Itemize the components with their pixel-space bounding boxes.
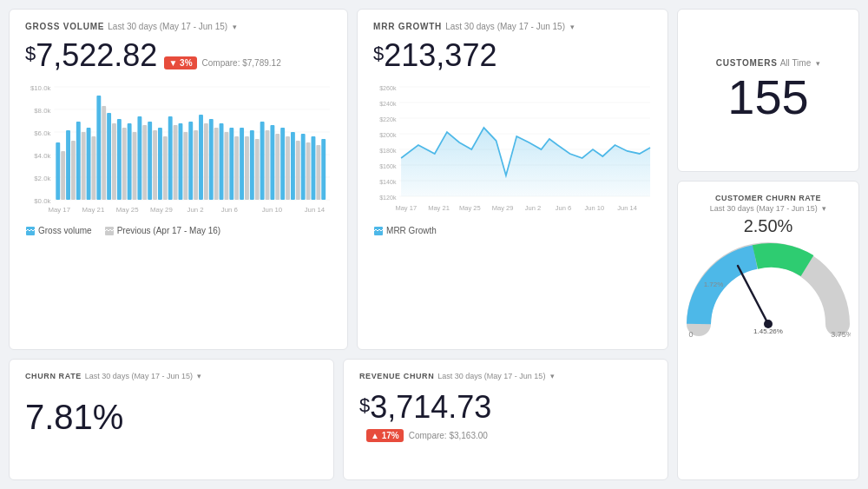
svg-text:May 25: May 25	[116, 206, 139, 214]
svg-text:May 21: May 21	[82, 206, 105, 214]
rev-churn-date: Last 30 days (May 17 - Jun 15) ▾	[437, 372, 555, 380]
rev-churn-value: $3,714.73	[359, 389, 491, 426]
svg-rect-24	[117, 119, 122, 200]
cust-churn-title: CUSTOMER CHURN RATE	[715, 194, 821, 202]
svg-rect-25	[122, 128, 127, 200]
customers-card: CUSTOMERS All Time ▾ 155	[677, 9, 859, 172]
svg-text:Jun 6: Jun 6	[556, 203, 571, 211]
svg-rect-14	[66, 130, 70, 200]
mrr-title: MRR GROWTH	[373, 22, 442, 31]
svg-rect-29	[142, 125, 147, 200]
svg-rect-21	[102, 106, 106, 200]
rev-churn-dropdown[interactable]: ▾	[550, 372, 555, 380]
svg-rect-38	[188, 122, 193, 200]
svg-rect-61	[306, 142, 311, 200]
svg-rect-51	[255, 139, 260, 200]
svg-text:$240k: $240k	[379, 99, 397, 107]
svg-rect-58	[291, 132, 295, 200]
svg-text:$6.0k: $6.0k	[34, 129, 50, 137]
svg-text:Jun 2: Jun 2	[525, 203, 541, 211]
svg-rect-48	[240, 128, 244, 200]
churn-rate-date: Last 30 days (May 17 - Jun 15) ▾	[85, 372, 202, 380]
svg-rect-57	[286, 136, 290, 200]
svg-rect-32	[158, 128, 162, 200]
svg-text:May 29: May 29	[150, 206, 173, 214]
svg-text:$120k: $120k	[379, 193, 397, 201]
svg-rect-34	[168, 116, 173, 200]
customers-value: 155	[727, 73, 808, 122]
svg-rect-16	[76, 122, 81, 200]
mrr-dropdown[interactable]: ▾	[570, 23, 575, 31]
rev-churn-badge: ▲ 17%	[366, 429, 404, 442]
gross-volume-date: Last 30 days (May 17 - Jun 15) ▾	[108, 22, 237, 31]
svg-text:$180k: $180k	[379, 146, 397, 154]
svg-rect-42	[209, 119, 214, 200]
svg-text:$10.0k: $10.0k	[30, 84, 51, 92]
svg-rect-64	[321, 139, 326, 200]
svg-rect-39	[194, 130, 198, 200]
churn-rate-title: CHURN RATE	[25, 372, 82, 380]
gross-volume-legend: Gross volume Previous (Apr 17 - May 16)	[25, 226, 332, 236]
cust-churn-dropdown[interactable]: ▾	[822, 204, 826, 213]
svg-text:Jun 10: Jun 10	[262, 206, 283, 214]
gross-volume-dropdown[interactable]: ▾	[233, 23, 237, 31]
svg-rect-49	[245, 136, 249, 200]
customers-period: All Time	[780, 58, 812, 68]
svg-rect-22	[107, 113, 111, 200]
svg-text:$2.0k: $2.0k	[34, 175, 50, 182]
svg-text:Jun 6: Jun 6	[221, 206, 239, 214]
svg-text:May 21: May 21	[428, 203, 450, 211]
svg-rect-28	[137, 116, 141, 200]
gauge-chart: 0 1.45.26% 3.75% 1.72%	[686, 241, 851, 337]
gross-volume-value: $7,522.82	[25, 38, 157, 73]
svg-text:$160k: $160k	[379, 162, 397, 169]
svg-rect-62	[312, 136, 316, 200]
gross-volume-compare: Compare: $7,789.12	[202, 58, 281, 68]
svg-rect-59	[296, 141, 300, 200]
svg-rect-30	[148, 122, 152, 200]
svg-rect-45	[224, 132, 228, 200]
svg-rect-12	[56, 142, 60, 200]
svg-rect-23	[112, 123, 116, 200]
gross-volume-title: GROSS VOLUME	[25, 22, 104, 31]
svg-rect-17	[82, 132, 86, 200]
svg-rect-36	[179, 123, 183, 200]
churn-rate-value: 7.81%	[25, 398, 318, 437]
svg-rect-13	[61, 151, 65, 200]
mrr-date: Last 30 days (May 17 - Jun 15) ▾	[445, 22, 575, 31]
svg-text:May 25: May 25	[459, 203, 481, 211]
svg-rect-55	[275, 134, 279, 200]
svg-text:3.75%: 3.75%	[831, 330, 851, 337]
customer-churn-rate-card: CUSTOMER CHURN RATE Last 30 days (May 17…	[677, 181, 859, 480]
svg-rect-35	[174, 125, 178, 200]
svg-text:May 17: May 17	[395, 203, 417, 211]
churn-rate-dropdown[interactable]: ▾	[197, 372, 201, 380]
svg-rect-37	[183, 132, 187, 200]
svg-rect-18	[87, 128, 91, 200]
svg-rect-20	[96, 96, 101, 200]
cust-churn-date: Last 30 days (May 17 - Jun 15) ▾	[710, 204, 827, 213]
svg-rect-47	[234, 136, 239, 200]
svg-text:Jun 10: Jun 10	[585, 203, 605, 211]
svg-text:1.45.26%: 1.45.26%	[753, 327, 783, 335]
svg-rect-27	[133, 132, 137, 200]
customers-dropdown[interactable]: ▾	[816, 59, 820, 68]
svg-rect-33	[163, 136, 168, 200]
revenue-churn-card: REVENUE CHURN Last 30 days (May 17 - Jun…	[343, 359, 668, 480]
svg-text:$0.0k: $0.0k	[34, 197, 50, 205]
svg-text:May 17: May 17	[48, 206, 70, 214]
svg-rect-26	[128, 123, 132, 200]
svg-rect-50	[250, 130, 254, 200]
svg-text:1.72%: 1.72%	[704, 281, 724, 288]
svg-text:May 29: May 29	[492, 203, 514, 211]
svg-rect-44	[220, 123, 224, 200]
svg-text:0: 0	[688, 330, 693, 337]
svg-text:$8.0k: $8.0k	[34, 107, 50, 115]
rev-churn-compare: Compare: $3,163.00	[409, 431, 488, 440]
mrr-legend: MRR Growth	[373, 226, 652, 236]
mrr-growth-card: MRR GROWTH Last 30 days (May 17 - Jun 15…	[357, 9, 668, 350]
mrr-chart: $260k $240k $220k $200k $180k $160k $140…	[373, 80, 652, 236]
svg-rect-19	[91, 136, 95, 200]
svg-text:Jun 14: Jun 14	[617, 203, 637, 211]
svg-text:$220k: $220k	[379, 115, 397, 122]
